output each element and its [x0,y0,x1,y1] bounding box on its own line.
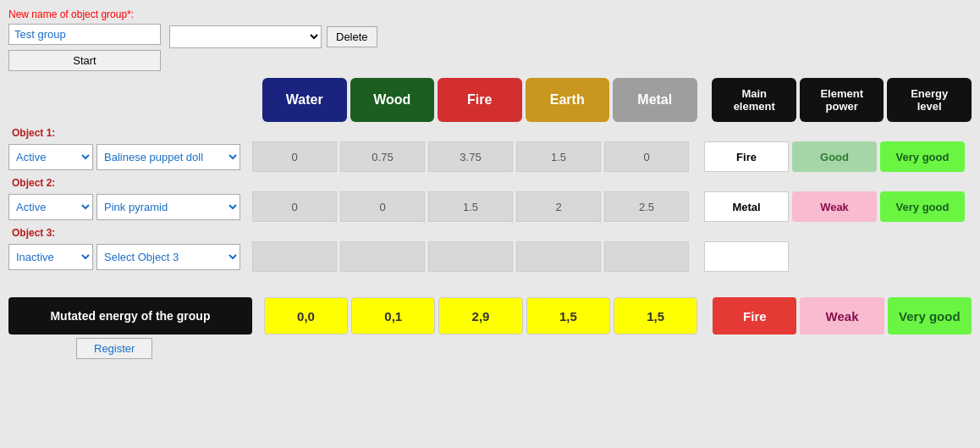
object2-label: Object 2: [12,177,972,189]
element-header-row: Water Wood Fire Earth Metal Mainelement … [262,78,972,122]
energy-level-header: Energylevel [887,78,972,122]
wood-button[interactable]: Wood [350,78,435,122]
mutated-energy: Very good [888,297,972,335]
mutated-power: Weak [800,297,884,335]
object1-fire-val: 3.75 [428,141,513,172]
mutated-main-element: Fire [713,297,796,335]
object1-row: Active Inactive Balinese puppet doll 0 0… [8,141,972,172]
object3-status-select[interactable]: Active Inactive [8,244,93,270]
object2-wood-val: 0 [340,191,425,222]
object1-power: Good [792,141,877,172]
mutated-fire-val: 2,9 [438,297,522,335]
register-button[interactable]: Register [76,338,152,359]
object1-wood-val: 0.75 [340,141,425,172]
object3-power [792,241,877,272]
object1-status-select[interactable]: Active Inactive [8,144,93,170]
object2-status-select[interactable]: Active Inactive [8,194,93,220]
object2-object-select[interactable]: Pink pyramid [96,194,240,220]
object3-water-val [252,241,337,272]
object2-fire-val: 1.5 [428,191,513,222]
object1-water-val: 0 [252,141,337,172]
object3-energy [880,241,965,272]
mutated-earth-val: 1,5 [526,297,610,335]
object2-energy: Very good [880,191,965,222]
object2-main-element: Metal [704,191,789,222]
group-name-label: New name of object group*: [8,8,161,20]
main-element-header: Mainelement [712,78,796,122]
object3-fire-val [428,241,513,272]
object3-metal-val [604,241,689,272]
mutated-wood-val: 0,1 [351,297,435,335]
element-power-header: Elementpower [800,78,884,122]
object1-label: Object 1: [12,127,972,139]
group-name-input[interactable] [8,24,161,45]
fire-button[interactable]: Fire [438,78,522,122]
object2-row: Active Inactive Pink pyramid 0 0 1.5 2 2… [8,191,972,222]
object2-power: Weak [792,191,877,222]
object1-main-element: Fire [704,141,789,172]
object2-earth-val: 2 [516,191,601,222]
earth-button[interactable]: Earth [526,78,610,122]
metal-button[interactable]: Metal [613,78,697,122]
mutated-water-val: 0,0 [264,297,348,335]
mutated-section: Mutated energy of the group 0,0 0,1 2,9 … [8,297,972,335]
object3-earth-val [516,241,601,272]
object2-water-val: 0 [252,191,337,222]
object1-metal-val: 0 [604,141,689,172]
mutated-label: Mutated energy of the group [8,297,252,335]
object3-object-select[interactable]: Select Object 3 [96,244,240,270]
group-select[interactable] [169,25,322,48]
object2-metal-val: 2.5 [604,191,689,222]
object1-energy: Very good [880,141,965,172]
start-button[interactable]: Start [8,50,161,71]
delete-button[interactable]: Delete [327,26,377,47]
water-button[interactable]: Water [262,78,347,122]
objects-section: Object 1: Active Inactive Balinese puppe… [8,127,972,272]
object3-row: Active Inactive Select Object 3 [8,241,972,272]
object1-object-select[interactable]: Balinese puppet doll [96,144,240,170]
object3-wood-val [340,241,425,272]
mutated-metal-val: 1,5 [614,297,697,335]
object1-earth-val: 1.5 [516,141,601,172]
object3-label: Object 3: [12,227,972,239]
object3-main-element [704,241,789,272]
